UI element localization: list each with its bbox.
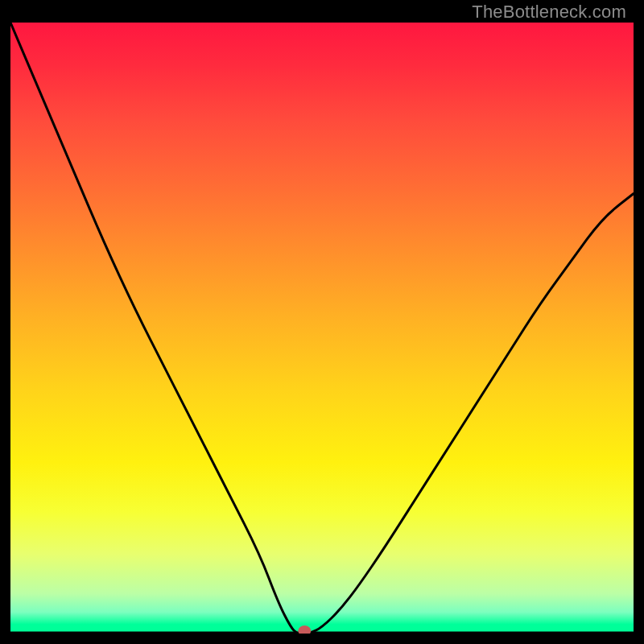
optimum-marker — [298, 625, 311, 634]
bottom-border — [0, 634, 644, 644]
chart-container: TheBottleneck.com — [0, 0, 644, 644]
bottleneck-curve — [10, 23, 634, 634]
right-border — [634, 0, 644, 644]
watermark: TheBottleneck.com — [472, 2, 626, 23]
plot-svg — [10, 23, 634, 634]
left-border — [0, 0, 10, 644]
plot-area — [10, 23, 634, 634]
